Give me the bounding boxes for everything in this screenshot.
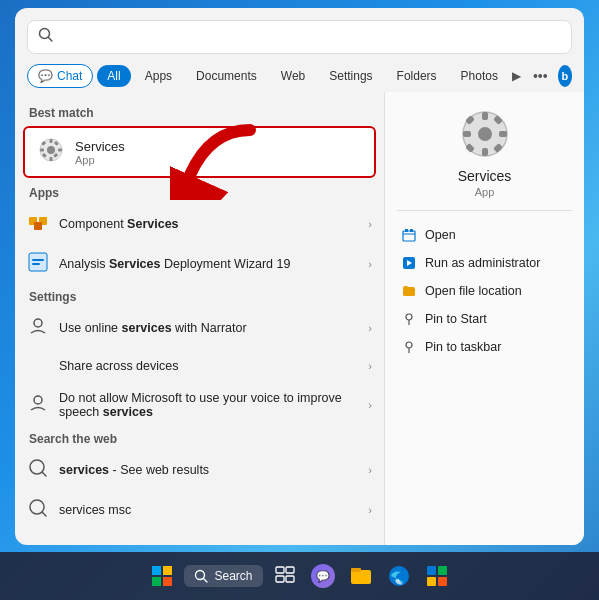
- voice-icon: [27, 392, 49, 418]
- svg-point-19: [34, 396, 42, 404]
- svg-rect-53: [286, 576, 294, 582]
- tab-chat-label: Chat: [57, 69, 82, 83]
- filter-tabs: 💬 Chat All Apps Documents Web Settings F…: [15, 60, 584, 92]
- svg-rect-57: [427, 566, 436, 575]
- svg-rect-29: [499, 131, 507, 137]
- chevron-icon-3: ›: [368, 322, 372, 334]
- left-panel: Best match: [15, 92, 384, 545]
- right-app-name: Services: [397, 168, 572, 184]
- list-item-voice[interactable]: Do not allow Microsoft to use your voice…: [15, 384, 384, 426]
- best-match-label: Best match: [15, 100, 384, 124]
- web-search-icon: [27, 457, 49, 483]
- list-item-narrator[interactable]: Use online services with Narrator ›: [15, 308, 384, 348]
- svg-rect-54: [351, 570, 371, 584]
- svg-rect-60: [438, 577, 447, 586]
- svg-rect-7: [58, 149, 62, 152]
- action-run-admin[interactable]: Run as administrator: [397, 249, 572, 277]
- svg-rect-45: [163, 566, 172, 575]
- best-match-subtitle: App: [75, 154, 125, 166]
- tab-photos[interactable]: Photos: [451, 65, 508, 87]
- store-icon[interactable]: [421, 560, 453, 592]
- svg-rect-6: [40, 149, 44, 152]
- component-services-icon: [27, 211, 49, 237]
- svg-rect-16: [32, 259, 44, 261]
- svg-rect-5: [50, 157, 53, 161]
- open-icon: [401, 227, 417, 243]
- action-open-file[interactable]: Open file location: [397, 277, 572, 305]
- taskview-icon[interactable]: [269, 560, 301, 592]
- tab-all[interactable]: All: [97, 65, 130, 87]
- svg-point-18: [34, 319, 42, 327]
- chat-icon: 💬: [38, 69, 53, 83]
- tab-web[interactable]: Web: [271, 65, 315, 87]
- edge-icon[interactable]: [383, 560, 415, 592]
- play-icon[interactable]: ▶: [512, 69, 521, 83]
- action-open[interactable]: Open: [397, 221, 572, 249]
- pin-taskbar-icon: [401, 339, 417, 355]
- action-pin-taskbar[interactable]: Pin to taskbar: [397, 333, 572, 361]
- list-item-services-msc[interactable]: services msc ›: [15, 490, 384, 530]
- svg-line-49: [204, 579, 208, 583]
- more-icon[interactable]: •••: [527, 66, 554, 86]
- list-item-component-services[interactable]: Component Services ›: [15, 204, 384, 244]
- svg-point-25: [478, 127, 492, 141]
- svg-rect-55: [351, 568, 361, 572]
- tab-apps[interactable]: Apps: [135, 65, 182, 87]
- svg-rect-15: [29, 253, 47, 271]
- settings-section-label: Settings: [15, 284, 384, 308]
- analysis-services-icon: [27, 251, 49, 277]
- folder-icon: [401, 283, 417, 299]
- tab-chat[interactable]: 💬 Chat: [27, 64, 93, 88]
- svg-rect-28: [463, 131, 471, 137]
- list-item-analysis-services[interactable]: Analysis Services Deployment Wizard 19 ›: [15, 244, 384, 284]
- svg-rect-44: [152, 566, 161, 575]
- list-item-share[interactable]: Share across devices ›: [15, 348, 384, 384]
- svg-rect-34: [403, 231, 415, 241]
- bing-icon[interactable]: b: [558, 65, 572, 87]
- share-icon: [27, 355, 49, 377]
- svg-rect-52: [276, 576, 284, 582]
- services-msc-text: services msc: [59, 503, 358, 517]
- taskbar-chat-icon[interactable]: 💬: [307, 560, 339, 592]
- component-services-text: Component Services: [59, 217, 358, 231]
- run-icon: [401, 255, 417, 271]
- svg-rect-4: [50, 139, 53, 143]
- open-label: Open: [425, 228, 456, 242]
- app-icon-large: [459, 108, 511, 160]
- svg-rect-36: [410, 229, 413, 232]
- taskbar-search[interactable]: Search: [184, 565, 262, 587]
- svg-rect-27: [482, 148, 488, 156]
- chevron-icon-4: ›: [368, 360, 372, 372]
- tab-settings[interactable]: Settings: [319, 65, 382, 87]
- taskbar: Search 💬: [0, 552, 599, 600]
- best-match-item[interactable]: Services App: [23, 126, 376, 178]
- search-input[interactable]: services: [62, 29, 561, 45]
- svg-rect-58: [438, 566, 447, 575]
- search-web-label: Search the web: [15, 426, 384, 450]
- svg-point-41: [406, 342, 412, 348]
- svg-rect-46: [152, 577, 161, 586]
- right-panel: Services App Open: [384, 92, 584, 545]
- open-file-label: Open file location: [425, 284, 522, 298]
- action-pin-start[interactable]: Pin to Start: [397, 305, 572, 333]
- services-icon: [37, 136, 65, 168]
- svg-line-23: [42, 512, 46, 516]
- svg-rect-50: [276, 567, 284, 573]
- web-services-text: services - See web results: [59, 463, 358, 477]
- chevron-icon-6: ›: [368, 464, 372, 476]
- svg-line-1: [49, 38, 53, 42]
- share-text: Share across devices: [59, 359, 358, 373]
- tab-documents[interactable]: Documents: [186, 65, 267, 87]
- best-match-title: Services: [75, 139, 125, 154]
- list-item-web-services[interactable]: services - See web results ›: [15, 450, 384, 490]
- svg-point-39: [406, 314, 412, 320]
- run-admin-label: Run as administrator: [425, 256, 540, 270]
- svg-rect-47: [163, 577, 172, 586]
- tab-folders[interactable]: Folders: [387, 65, 447, 87]
- file-explorer-icon[interactable]: [345, 560, 377, 592]
- narrator-text: Use online services with Narrator: [59, 321, 358, 335]
- svg-rect-59: [427, 577, 436, 586]
- chevron-icon-2: ›: [368, 258, 372, 270]
- windows-icon[interactable]: [146, 560, 178, 592]
- svg-rect-14: [34, 222, 42, 230]
